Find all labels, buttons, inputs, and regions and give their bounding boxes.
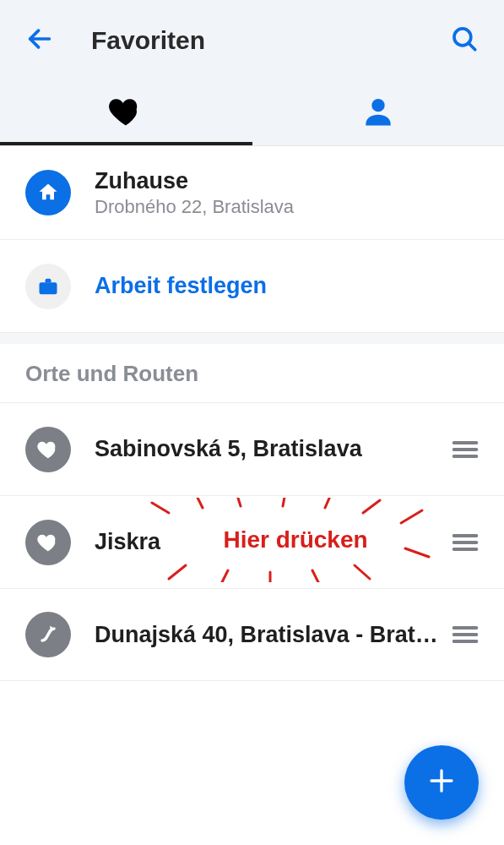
header: Favoriten	[0, 0, 504, 80]
list-item[interactable]: Sabinovská 5, Bratislava	[0, 402, 504, 495]
page-title: Favoriten	[91, 26, 450, 55]
heart-icon	[107, 93, 144, 134]
route-icon	[25, 612, 71, 657]
drag-handle-icon[interactable]	[438, 532, 479, 553]
tab-contacts[interactable]	[252, 80, 505, 145]
search-icon[interactable]	[450, 25, 479, 57]
list-item-label: Jiskra	[95, 529, 438, 555]
quick-access-section: Zuhause Drobného 22, Bratislava Arbeit f…	[0, 146, 504, 332]
svg-rect-4	[40, 282, 57, 294]
places-section: Orte und Routen Sabinovská 5, Bratislava…	[0, 344, 504, 681]
tab-favorites[interactable]	[0, 80, 252, 145]
add-button[interactable]	[404, 745, 479, 820]
tabs	[0, 80, 504, 146]
list-item[interactable]: Dunajská 40, Bratislava - Brati...	[0, 588, 504, 681]
heart-icon	[25, 427, 71, 472]
svg-point-3	[371, 98, 384, 111]
list-item-label: Sabinovská 5, Bratislava	[95, 436, 438, 462]
list-item-text: Jiskra	[95, 529, 438, 555]
list-item-label: Dunajská 40, Bratislava - Brati...	[95, 622, 438, 648]
work-label: Arbeit festlegen	[95, 273, 479, 299]
section-divider	[0, 332, 504, 344]
drag-handle-icon[interactable]	[438, 439, 479, 460]
person-icon	[360, 93, 397, 134]
home-address: Drobného 22, Bratislava	[95, 196, 479, 218]
list-item-text: Dunajská 40, Bratislava - Brati...	[95, 622, 438, 648]
list-item-text: Sabinovská 5, Bratislava	[95, 436, 438, 462]
drag-handle-icon[interactable]	[438, 624, 479, 645]
home-row[interactable]: Zuhause Drobného 22, Bratislava	[0, 146, 504, 239]
home-text: Zuhause Drobného 22, Bratislava	[95, 168, 479, 218]
back-icon[interactable]	[25, 25, 54, 57]
work-row[interactable]: Arbeit festlegen	[0, 239, 504, 332]
home-icon	[25, 170, 71, 215]
heart-icon	[25, 520, 71, 565]
plus-icon	[426, 766, 457, 799]
home-label: Zuhause	[95, 168, 479, 194]
svg-line-2	[469, 42, 475, 49]
section-title: Orte und Routen	[0, 344, 504, 402]
briefcase-icon	[25, 264, 71, 309]
work-text: Arbeit festlegen	[95, 273, 479, 299]
list-item[interactable]: Jiskra	[0, 495, 504, 588]
